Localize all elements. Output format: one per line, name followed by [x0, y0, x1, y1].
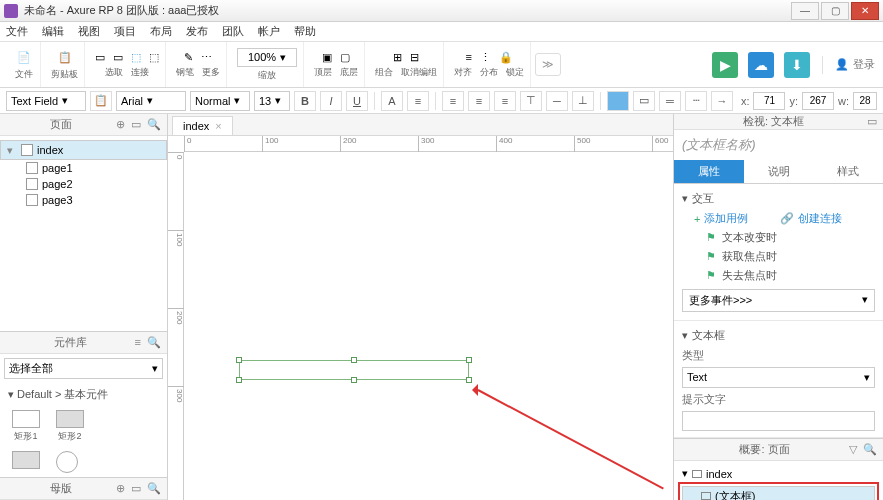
w-input[interactable] [853, 92, 877, 110]
bold-button[interactable]: B [294, 91, 316, 111]
search-icon[interactable]: 🔍 [147, 118, 161, 131]
align-center-button[interactable]: ≡ [468, 91, 490, 111]
ungroup-icon[interactable]: ⊟ [410, 51, 419, 64]
add-folder-icon[interactable]: ▭ [131, 118, 141, 131]
front-icon[interactable]: ▣ [322, 51, 332, 64]
lib-menu-icon[interactable]: ≡ [135, 336, 141, 349]
add-case-link[interactable]: +添加用例 [682, 209, 748, 228]
widget-rect2[interactable]: 矩形2 [56, 410, 84, 443]
library-select[interactable]: 选择全部▾ [4, 358, 163, 379]
tab-notes[interactable]: 说明 [744, 160, 814, 183]
line-style-button[interactable]: ┄ [685, 91, 707, 111]
dist-icon[interactable]: ⋮ [480, 51, 491, 64]
tab-close-icon[interactable]: × [215, 120, 221, 132]
select-icon[interactable]: ▭ [95, 51, 105, 64]
textfield-section[interactable]: ▾文本框 [682, 325, 875, 346]
menu-layout[interactable]: 布局 [150, 24, 172, 39]
more-events-select[interactable]: 更多事件>>>▾ [682, 289, 875, 312]
outline-panel: 概要: 页面▽🔍 ▾index (文本框) (矩形) [674, 438, 883, 500]
size-select[interactable]: 13▾ [254, 91, 290, 111]
align-left-button[interactable]: ≡ [442, 91, 464, 111]
y-input[interactable] [802, 92, 834, 110]
copy-style-button[interactable]: 📋 [90, 91, 112, 111]
menu-edit[interactable]: 编辑 [42, 24, 64, 39]
x-input[interactable] [753, 92, 785, 110]
selected-text-field[interactable] [239, 360, 469, 380]
create-link[interactable]: 🔗创建连接 [768, 209, 842, 228]
canvas[interactable] [184, 152, 673, 500]
menu-publish[interactable]: 发布 [186, 24, 208, 39]
tab-index[interactable]: index× [172, 116, 233, 135]
master-search-icon[interactable]: 🔍 [147, 482, 161, 495]
outline-filter-icon[interactable]: ▽ [849, 443, 857, 456]
outline-textfield[interactable]: (文本框) [682, 486, 875, 500]
minimize-button[interactable]: — [791, 2, 819, 20]
underline-button[interactable]: U [346, 91, 368, 111]
widget-circle[interactable] [56, 451, 78, 473]
event-focus[interactable]: ⚑获取焦点时 [682, 247, 875, 266]
tool-clipboard[interactable]: 📋 剪贴板 [45, 42, 85, 87]
tab-style[interactable]: 样式 [813, 160, 883, 183]
publish-button[interactable]: ⬇ [784, 52, 810, 78]
pen-icon[interactable]: ✎ [184, 51, 193, 64]
connect-icon-2[interactable]: ⬚ [149, 51, 159, 64]
menu-team[interactable]: 团队 [222, 24, 244, 39]
border-button[interactable]: ▭ [633, 91, 655, 111]
page-index[interactable]: ▾index [0, 140, 167, 160]
tab-properties[interactable]: 属性 [674, 160, 744, 183]
share-button[interactable]: ☁ [748, 52, 774, 78]
align-mid-button[interactable]: ─ [546, 91, 568, 111]
widget-rect1[interactable]: 矩形1 [12, 410, 40, 443]
bullets-button[interactable]: ≡ [407, 91, 429, 111]
outline-search-icon[interactable]: 🔍 [863, 443, 877, 456]
outline-index[interactable]: ▾index [678, 465, 879, 482]
menu-file[interactable]: 文件 [6, 24, 28, 39]
italic-button[interactable]: I [320, 91, 342, 111]
menu-account[interactable]: 帐户 [258, 24, 280, 39]
widget-rect3[interactable] [12, 451, 40, 473]
select-icon-2[interactable]: ▭ [113, 51, 123, 64]
tool-align: ≡⋮🔒 对齐分布锁定 [448, 42, 531, 87]
back-icon[interactable]: ▢ [340, 51, 350, 64]
align-top-button[interactable]: ⊤ [520, 91, 542, 111]
lib-search-icon[interactable]: 🔍 [147, 336, 161, 349]
event-text-change[interactable]: ⚑文本改变时 [682, 228, 875, 247]
connect-icon[interactable]: ⬚ [131, 51, 141, 64]
align-bot-button[interactable]: ⊥ [572, 91, 594, 111]
zoom-select[interactable]: 100%▾ [237, 48, 297, 67]
line-width-button[interactable]: ═ [659, 91, 681, 111]
group-icon[interactable]: ⊞ [393, 51, 402, 64]
tool-file[interactable]: 📄 文件 [8, 42, 41, 87]
type-select[interactable]: Text▾ [682, 367, 875, 388]
menu-help[interactable]: 帮助 [294, 24, 316, 39]
arrow-button[interactable]: → [711, 91, 733, 111]
page-page1[interactable]: page1 [0, 160, 167, 176]
page-page3[interactable]: page3 [0, 192, 167, 208]
master-folder-icon[interactable]: ▭ [131, 482, 141, 495]
page-page2[interactable]: page2 [0, 176, 167, 192]
align-right-button[interactable]: ≡ [494, 91, 516, 111]
weight-select[interactable]: Normal▾ [190, 91, 250, 111]
toolbar-overflow[interactable]: ≫ [535, 53, 561, 76]
font-select[interactable]: Arial▾ [116, 91, 186, 111]
inspector-popout-icon[interactable]: ▭ [867, 115, 877, 128]
event-blur[interactable]: ⚑失去焦点时 [682, 266, 875, 285]
add-master-icon[interactable]: ⊕ [116, 482, 125, 495]
text-color-button[interactable]: A [381, 91, 403, 111]
fill-button[interactable] [607, 91, 629, 111]
lock-icon[interactable]: 🔒 [499, 51, 513, 64]
close-button[interactable]: ✕ [851, 2, 879, 20]
maximize-button[interactable]: ▢ [821, 2, 849, 20]
align-icon[interactable]: ≡ [465, 51, 471, 63]
widget-type-select[interactable]: Text Field▾ [6, 91, 86, 111]
menu-project[interactable]: 项目 [114, 24, 136, 39]
more-icon[interactable]: ⋯ [201, 51, 212, 64]
widget-name-field[interactable]: (文本框名称) [674, 130, 883, 160]
menu-view[interactable]: 视图 [78, 24, 100, 39]
hint-input[interactable] [682, 411, 875, 431]
interaction-section[interactable]: ▾交互 [682, 188, 875, 209]
lib-section[interactable]: ▾ Default > 基本元件 [0, 383, 167, 406]
preview-button[interactable]: ▶ [712, 52, 738, 78]
add-page-icon[interactable]: ⊕ [116, 118, 125, 131]
login-button[interactable]: 👤登录 [835, 57, 875, 72]
